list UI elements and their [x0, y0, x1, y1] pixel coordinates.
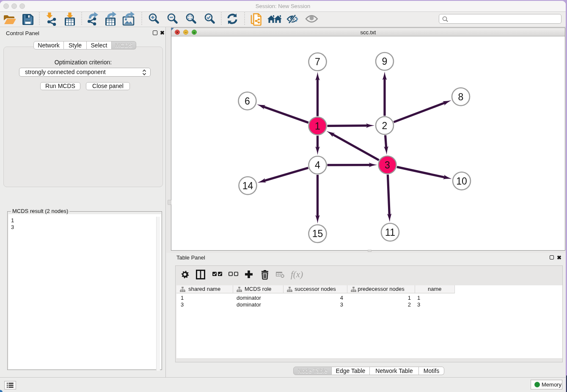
svg-text:8: 8 — [458, 91, 464, 102]
svg-text:2: 2 — [382, 120, 388, 131]
svg-text:14: 14 — [242, 180, 253, 191]
svg-text:f(x): f(x) — [291, 269, 303, 279]
svg-text:9: 9 — [382, 56, 388, 67]
svg-text:6: 6 — [245, 96, 250, 107]
svg-text:10: 10 — [456, 176, 467, 187]
svg-text:1: 1 — [315, 121, 320, 132]
svg-text:15: 15 — [312, 228, 323, 239]
svg-text:4: 4 — [315, 160, 320, 171]
svg-text:3: 3 — [385, 160, 390, 171]
svg-text:11: 11 — [385, 227, 395, 238]
svg-text:7: 7 — [315, 56, 320, 67]
